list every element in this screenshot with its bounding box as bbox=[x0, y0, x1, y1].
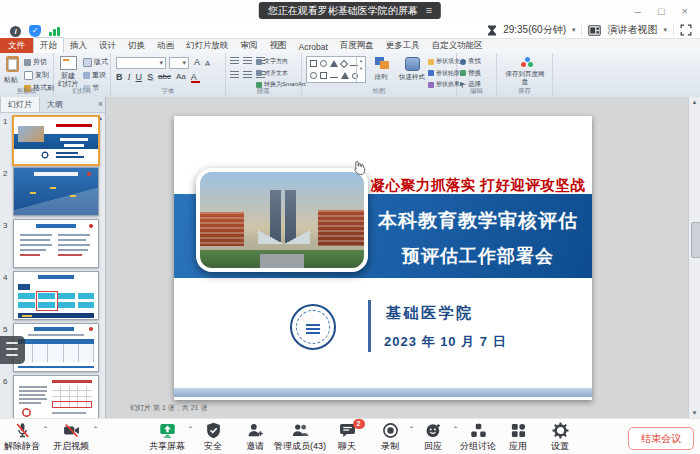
tab-file[interactable]: 文件 bbox=[0, 38, 33, 54]
ribbon-group-font: ▾ ▾ A A B I U S abc Aa A 字体 bbox=[111, 53, 226, 97]
close-button[interactable]: × bbox=[682, 5, 688, 17]
slide-thumbnail-4[interactable] bbox=[13, 271, 99, 320]
italic-button[interactable]: I bbox=[128, 72, 131, 82]
banner-menu-icon[interactable]: ≡ bbox=[426, 2, 432, 19]
slide-number-2: 2 bbox=[3, 169, 7, 178]
shape-fill-button[interactable]: 形状填充 bbox=[428, 57, 460, 66]
meeting-timer[interactable]: 29:35(60分钟) bbox=[503, 23, 566, 37]
paste-icon[interactable] bbox=[6, 56, 19, 72]
grow-font-button[interactable]: A bbox=[194, 57, 200, 67]
gallery-scroll[interactable]: ▲▼ bbox=[356, 57, 365, 82]
replace-button[interactable]: 替换 bbox=[460, 69, 481, 78]
slide-thumbnail-5[interactable] bbox=[13, 323, 99, 372]
vertical-scrollbar[interactable]: ▲ ▼ bbox=[688, 97, 700, 418]
save-to-netdisk-button[interactable]: 保存到百度网盘 bbox=[503, 70, 547, 85]
text-direction-button[interactable]: 文字方向 bbox=[256, 57, 306, 66]
view-dropdown-icon[interactable]: ▾ bbox=[663, 26, 667, 34]
quick-styles-icon[interactable] bbox=[405, 57, 420, 71]
baidu-netdisk-icon[interactable] bbox=[521, 57, 533, 67]
record-icon bbox=[382, 422, 399, 439]
copy-button[interactable]: 复制 bbox=[24, 70, 54, 80]
tab-review[interactable]: 审阅 bbox=[235, 38, 264, 54]
tab-insert[interactable]: 插入 bbox=[64, 38, 93, 54]
panel-close-icon[interactable]: × bbox=[98, 99, 103, 109]
campus-photo bbox=[196, 168, 368, 272]
find-button[interactable]: 查找 bbox=[460, 57, 481, 66]
end-meeting-button[interactable]: 结束会议 bbox=[628, 427, 694, 450]
bold-button[interactable]: B bbox=[116, 72, 123, 82]
current-slide[interactable]: 凝心聚力抓落实 打好迎评攻坚战 本科教育教学审核评估 预评估工作部署会 基础医学… bbox=[174, 116, 592, 400]
breakout-rooms-button[interactable]: 分组讨论 bbox=[460, 422, 496, 453]
shadow-button[interactable]: S bbox=[147, 72, 153, 82]
slide-thumbnail-6[interactable] bbox=[13, 375, 99, 418]
slide-thumbnail-3[interactable] bbox=[13, 219, 99, 268]
minimize-button[interactable]: – bbox=[635, 5, 641, 17]
view-mode-selector[interactable]: 演讲者视图 bbox=[607, 23, 657, 37]
numbering-icon[interactable] bbox=[243, 57, 252, 65]
layout-button[interactable]: 版式 bbox=[83, 57, 108, 67]
shape-outline-button[interactable]: 形状轮廓 bbox=[428, 69, 460, 78]
tab-baidu-netdisk[interactable]: 百度网盘 bbox=[334, 38, 380, 54]
security-button[interactable]: 安全 bbox=[204, 422, 222, 453]
align-text-button[interactable]: 对齐文本 bbox=[256, 69, 306, 78]
meeting-info-icon[interactable]: i bbox=[10, 26, 21, 37]
cut-button[interactable]: 剪切 bbox=[24, 57, 54, 67]
mic-options-chevron[interactable]: ˆ bbox=[44, 425, 47, 434]
maximize-button[interactable]: □ bbox=[658, 5, 665, 17]
tab-custom[interactable]: 自定义功能区 bbox=[426, 38, 489, 54]
fullscreen-icon[interactable] bbox=[680, 24, 692, 36]
unmute-button[interactable]: 解除静音 bbox=[4, 422, 40, 453]
panel-tab-outline[interactable]: 大纲 bbox=[40, 97, 70, 112]
change-case-button[interactable]: Aa bbox=[176, 72, 186, 82]
arrange-button[interactable]: 排列 bbox=[366, 73, 396, 81]
share-screen-button[interactable]: 共享屏幕 bbox=[149, 422, 185, 453]
slide-thumbnail-2[interactable] bbox=[13, 167, 99, 216]
reactions-options-chevron[interactable]: ˆ bbox=[454, 425, 457, 434]
font-color-button[interactable]: A bbox=[191, 72, 197, 82]
scroll-up-icon[interactable]: ▲ bbox=[689, 99, 700, 105]
slide-thumbnail-1[interactable] bbox=[12, 115, 100, 166]
record-options-chevron[interactable]: ˆ bbox=[410, 425, 413, 434]
bullets-icon[interactable] bbox=[230, 57, 239, 65]
tab-view[interactable]: 视图 bbox=[264, 38, 293, 54]
font-size-select[interactable]: ▾ bbox=[169, 57, 189, 69]
arrange-icon[interactable] bbox=[375, 57, 389, 69]
align-left-icon[interactable] bbox=[230, 71, 239, 79]
manage-participants-button[interactable]: 管理成员(43) bbox=[274, 422, 326, 453]
tab-design[interactable]: 设计 bbox=[93, 38, 122, 54]
window-controls: – □ × bbox=[635, 0, 688, 22]
shrink-font-button[interactable]: A bbox=[205, 59, 210, 68]
tab-home[interactable]: 开始 bbox=[33, 37, 64, 54]
settings-button[interactable]: 设置 bbox=[551, 422, 569, 453]
chat-button[interactable]: 2 聊天 bbox=[338, 422, 356, 453]
timer-dropdown-icon[interactable]: ▾ bbox=[572, 26, 576, 34]
paste-button[interactable]: 粘贴 bbox=[4, 75, 18, 85]
panel-tab-slides[interactable]: 幻灯片 bbox=[0, 97, 40, 112]
quick-styles-button[interactable]: 快速样式 bbox=[394, 73, 430, 81]
align-center-icon[interactable] bbox=[243, 71, 252, 79]
new-slide-icon[interactable] bbox=[60, 56, 77, 70]
shapes-gallery[interactable]: ▲▼ bbox=[306, 56, 366, 83]
share-options-chevron[interactable]: ˆ bbox=[189, 425, 192, 434]
encryption-shield-icon[interactable]: ✓ bbox=[29, 25, 41, 37]
underline-button[interactable]: U bbox=[136, 72, 143, 82]
scroll-down-icon[interactable]: ▼ bbox=[689, 410, 700, 416]
reset-button[interactable]: 重设 bbox=[83, 70, 108, 80]
tab-more-tools[interactable]: 更多工具 bbox=[380, 38, 426, 54]
scrollbar-thumb[interactable] bbox=[691, 222, 700, 258]
slide-number-3: 3 bbox=[3, 221, 7, 230]
font-name-select[interactable]: ▾ bbox=[116, 57, 166, 69]
tab-slideshow[interactable]: 幻灯片放映 bbox=[180, 38, 235, 54]
meeting-panel-handle[interactable] bbox=[0, 336, 25, 364]
start-video-button[interactable]: 开启视频 bbox=[53, 422, 89, 453]
reactions-button[interactable]: 回应 bbox=[424, 422, 442, 453]
strikethrough-button[interactable]: abc bbox=[158, 72, 171, 82]
record-button[interactable]: 录制 bbox=[381, 422, 399, 453]
slide-bottom-stripe bbox=[174, 388, 592, 397]
invite-button[interactable]: 邀请 bbox=[246, 422, 264, 453]
tab-transitions[interactable]: 切换 bbox=[122, 38, 151, 54]
tab-animations[interactable]: 动画 bbox=[151, 38, 180, 54]
video-options-chevron[interactable]: ˆ bbox=[94, 425, 97, 434]
tab-acrobat[interactable]: Acrobat bbox=[293, 40, 334, 54]
apps-button[interactable]: 应用 bbox=[509, 422, 527, 453]
